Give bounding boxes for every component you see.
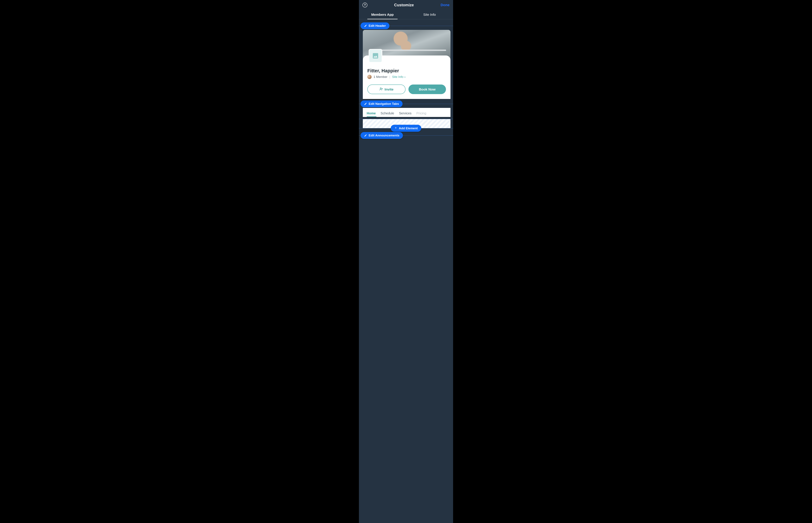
logo-placeholder[interactable] <box>369 49 382 62</box>
preview-header: Fitter, Happier 1 Member | Site Info › <box>363 30 450 99</box>
nav-tab-schedule[interactable]: Schedule <box>381 111 394 115</box>
edit-announcements-label: Edit Announcements <box>369 134 399 137</box>
chevron-right-icon: › <box>404 75 405 79</box>
site-title: Fitter, Happier <box>367 68 446 73</box>
topbar: ? Customize Done <box>359 0 453 11</box>
divider: | <box>390 75 390 79</box>
pencil-icon <box>364 24 367 27</box>
plus-icon <box>394 126 397 130</box>
edit-header-label: Edit Header <box>369 24 386 28</box>
book-now-button[interactable]: Book Now <box>409 85 446 94</box>
svg-point-1 <box>380 88 381 89</box>
edit-header-button[interactable]: Edit Header <box>361 22 390 29</box>
section-divider-content <box>359 119 453 119</box>
help-icon[interactable]: ? <box>362 3 367 7</box>
svg-point-0 <box>376 54 377 55</box>
add-user-icon <box>379 87 383 91</box>
nav-tab-pricing[interactable]: Pricing <box>416 111 426 115</box>
top-tabs: Members App Site Info <box>359 11 453 19</box>
invite-button[interactable]: Invite <box>367 85 405 94</box>
done-button[interactable]: Done <box>440 3 450 7</box>
customize-screen: ? Customize Done Members App Site Info E… <box>359 0 453 523</box>
nav-tabs-row: Home Schedule Services Pricing <box>363 108 450 116</box>
pencil-icon <box>364 102 367 105</box>
image-icon <box>372 52 379 59</box>
meta-row: 1 Member | Site Info › <box>367 75 446 79</box>
canvas-area: Edit Header Fitter, Happier 1 Member | S… <box>359 19 453 523</box>
edit-nav-tabs-label: Edit Navigation Tabs <box>369 102 399 106</box>
book-now-label: Book Now <box>419 87 435 91</box>
add-element-label: Add Element <box>399 127 418 130</box>
add-element-button[interactable]: Add Element <box>391 125 421 132</box>
site-info-link[interactable]: Site Info › <box>392 75 405 79</box>
site-info-link-label: Site Info <box>392 75 403 79</box>
section-divider-add-element: Add Element <box>359 128 453 128</box>
nav-tabs-preview: Home Schedule Services Pricing <box>363 108 450 117</box>
invite-label: Invite <box>384 87 394 91</box>
nav-tab-home[interactable]: Home <box>367 111 376 115</box>
avatar <box>367 75 372 79</box>
edit-nav-tabs-button[interactable]: Edit Navigation Tabs <box>361 101 402 107</box>
pencil-icon <box>364 134 367 137</box>
member-count: 1 Member <box>374 75 387 79</box>
page-title: Customize <box>394 3 414 7</box>
nav-tab-services[interactable]: Services <box>399 111 412 115</box>
edit-announcements-button[interactable]: Edit Announcements <box>361 132 403 139</box>
tab-site-info[interactable]: Site Info <box>406 11 453 19</box>
cta-row: Invite Book Now <box>367 85 446 94</box>
tab-members-app[interactable]: Members App <box>359 11 406 19</box>
